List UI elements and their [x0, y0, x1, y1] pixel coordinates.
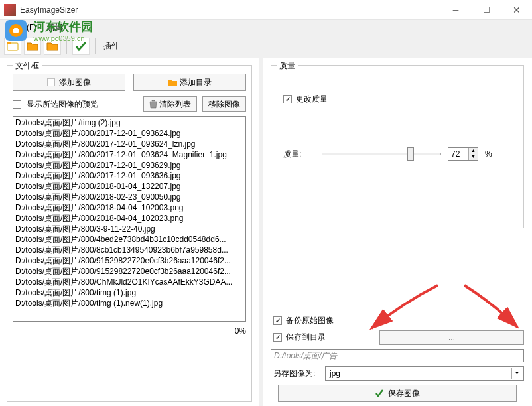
menu-edit[interactable]: 编辑 — [42, 21, 68, 34]
list-item[interactable]: D:/tools/桌面/图片/800/timg (1).jpg — [14, 287, 245, 298]
change-quality-label: 更改质量 — [296, 94, 328, 105]
close-button[interactable]: ✕ — [501, 0, 532, 20]
list-item[interactable]: D:/tools/桌面/图片/800/91529822720e0cf3b26aa… — [14, 266, 245, 277]
titlebar: EasyImageSizer ─ ☐ ✕ — [0, 0, 532, 20]
save-path-input[interactable] — [271, 349, 524, 362]
save-to-dir-checkbox[interactable] — [273, 333, 282, 342]
toolbar-folder-icon[interactable] — [44, 38, 61, 55]
add-image-button[interactable]: 添加图像 — [13, 74, 125, 91]
backup-original-label: 备份原始图像 — [286, 315, 334, 326]
format-select[interactable]: jpg ▼ — [325, 366, 524, 381]
quality-slider[interactable] — [322, 153, 441, 155]
file-icon — [47, 78, 56, 86]
toolbar-open-icon[interactable] — [24, 38, 41, 55]
save-image-label: 保存图像 — [388, 388, 420, 399]
spin-down-icon[interactable]: ▼ — [469, 154, 478, 160]
list-item[interactable]: D:/tools/桌面/图片/800/3-9-11-22-40.jpg — [14, 224, 245, 234]
list-item[interactable]: D:/tools/桌面/图片/timg (2).jpg — [14, 117, 245, 128]
add-image-label: 添加图像 — [59, 77, 91, 88]
format-value: jpg — [330, 369, 340, 378]
remove-image-label: 移除图像 — [208, 99, 240, 110]
list-item[interactable]: D:/tools/桌面/图片/800/4bed2e738bd4b31c10cdd… — [14, 234, 245, 245]
file-groupbox: 文件框 添加图像 添加目录 显示所选图像的预览 清除列表 — [7, 65, 252, 402]
list-item[interactable]: D:/tools/桌面/图片/800/2018-04-04_102003.png — [14, 202, 245, 213]
list-item[interactable]: D:/tools/桌面/图片/800/2017-12-01_093624.jpg — [14, 128, 245, 139]
list-item[interactable]: D:/tools/桌面/图片/800/2017-12-01_093624_Mag… — [14, 149, 245, 160]
trash-icon — [149, 100, 157, 109]
save-section: 备份原始图像 保存到目录 ... 另存图像为: jpg ▼ — [271, 315, 524, 403]
left-panel: 文件框 添加图像 添加目录 显示所选图像的预览 清除列表 — [0, 58, 259, 406]
list-item[interactable]: D:/tools/桌面/图片/800/2018-01-04_132207.jpg — [14, 181, 245, 192]
minimize-button[interactable]: ─ — [440, 0, 471, 20]
folder-icon — [168, 78, 177, 86]
menubar: 文件(F) 编辑 — [0, 20, 532, 34]
toolbar-new-icon[interactable] — [4, 38, 21, 55]
progress-bar — [13, 326, 226, 336]
quality-group-label: 质量 — [277, 60, 298, 72]
list-item[interactable]: D:/tools/桌面/图片/800/2018-04-04_102023.png — [14, 213, 245, 224]
quality-field-label: 质量: — [283, 149, 315, 160]
list-item[interactable]: D:/tools/桌面/图片/800/2018-02-23_090050.jpg — [14, 192, 245, 202]
list-item[interactable]: D:/tools/桌面/图片/800/ChMkJld2O1KIYcasAAfEk… — [14, 277, 245, 287]
window-title: EasyImageSizer — [20, 5, 440, 15]
toolbar-plugins-label[interactable]: 插件 — [101, 40, 122, 52]
save-to-dir-label: 保存到目录 — [286, 332, 326, 343]
clear-list-button[interactable]: 清除列表 — [143, 96, 197, 112]
list-item[interactable]: D:/tools/桌面/图片/800/2017-12-01_093629.jpg — [14, 160, 245, 170]
backup-original-checkbox[interactable] — [273, 316, 282, 325]
quality-value: 72 — [448, 149, 468, 159]
menu-file[interactable]: 文件(F) — [5, 21, 42, 34]
save-as-label: 另存图像为: — [273, 368, 321, 379]
list-item[interactable]: D:/tools/桌面/图片/800/2017-12-01_093624_lzn… — [14, 139, 245, 149]
progress-percent: 0% — [230, 326, 246, 336]
toolbar: 插件 — [0, 34, 532, 58]
quality-spinbox[interactable]: 72 ▲ ▼ — [448, 147, 478, 161]
list-item[interactable]: D:/tools/桌面/图片/800/timg (1).new(1).jpg — [14, 298, 245, 308]
clear-list-label: 清除列表 — [159, 99, 191, 110]
right-panel: 质量 更改质量 质量: 72 ▲ ▼ — [263, 58, 532, 406]
quality-groupbox: 质量 更改质量 质量: 72 ▲ ▼ — [271, 65, 524, 228]
spin-up-icon[interactable]: ▲ — [469, 148, 478, 154]
add-folder-button[interactable]: 添加目录 — [133, 74, 246, 91]
list-item[interactable]: D:/tools/桌面/图片/800/91529822720e0cf3b26aa… — [14, 255, 245, 266]
svg-rect-1 — [7, 42, 11, 44]
add-folder-label: 添加目录 — [180, 77, 212, 88]
save-image-button[interactable]: 保存图像 — [278, 385, 517, 402]
percent-sign: % — [485, 149, 492, 159]
chevron-down-icon: ▼ — [511, 368, 522, 379]
list-item[interactable]: D:/tools/桌面/图片/800/2017-12-01_093636.jpg — [14, 170, 245, 181]
show-preview-label: 显示所选图像的预览 — [27, 99, 98, 110]
file-list[interactable]: D:/tools/桌面/图片/timg (2).jpgD:/tools/桌面/图… — [13, 116, 246, 322]
show-preview-checkbox[interactable] — [13, 100, 21, 109]
svg-rect-2 — [48, 78, 54, 86]
maximize-button[interactable]: ☐ — [471, 0, 501, 20]
list-item[interactable]: D:/tools/桌面/图片/800/8cb1cb1349540923b6bf7… — [14, 245, 245, 255]
toolbar-apply-icon[interactable] — [72, 38, 90, 55]
browse-button[interactable]: ... — [379, 330, 524, 345]
check-icon — [375, 389, 384, 398]
app-icon — [4, 4, 16, 16]
change-quality-checkbox[interactable] — [283, 95, 292, 103]
remove-image-button[interactable]: 移除图像 — [202, 96, 246, 112]
file-group-label: 文件框 — [13, 60, 42, 72]
